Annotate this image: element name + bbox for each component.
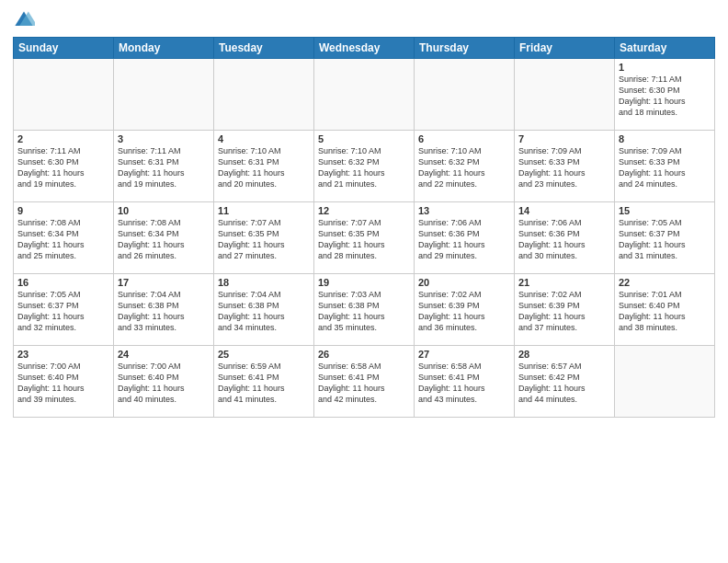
day-number: 21: [518, 277, 610, 288]
day-info: Sunrise: 7:02 AM Sunset: 6:39 PM Dayligh…: [418, 289, 510, 334]
calendar-cell: 24Sunrise: 7:00 AM Sunset: 6:40 PM Dayli…: [114, 346, 214, 418]
calendar-cell: 9Sunrise: 7:08 AM Sunset: 6:34 PM Daylig…: [14, 202, 114, 274]
day-number: 3: [118, 133, 210, 144]
day-info: Sunrise: 7:09 AM Sunset: 6:33 PM Dayligh…: [619, 145, 711, 190]
header: [13, 9, 715, 31]
header-monday: Monday: [114, 38, 214, 59]
calendar-cell: 26Sunrise: 6:58 AM Sunset: 6:41 PM Dayli…: [314, 346, 415, 418]
calendar-cell: 6Sunrise: 7:10 AM Sunset: 6:32 PM Daylig…: [415, 131, 515, 202]
day-number: 13: [418, 205, 510, 216]
day-number: 11: [218, 205, 310, 216]
calendar-cell: 5Sunrise: 7:10 AM Sunset: 6:32 PM Daylig…: [314, 131, 415, 202]
day-info: Sunrise: 7:00 AM Sunset: 6:40 PM Dayligh…: [118, 361, 210, 406]
calendar-cell: 28Sunrise: 6:57 AM Sunset: 6:42 PM Dayli…: [515, 346, 615, 418]
calendar-cell: 25Sunrise: 6:59 AM Sunset: 6:41 PM Dayli…: [214, 346, 314, 418]
day-info: Sunrise: 7:11 AM Sunset: 6:30 PM Dayligh…: [17, 145, 109, 190]
day-number: 7: [518, 133, 610, 144]
header-saturday: Saturday: [615, 38, 715, 59]
day-info: Sunrise: 7:07 AM Sunset: 6:35 PM Dayligh…: [218, 217, 310, 262]
day-info: Sunrise: 7:08 AM Sunset: 6:34 PM Dayligh…: [17, 217, 109, 262]
day-number: 19: [318, 277, 410, 288]
day-info: Sunrise: 7:05 AM Sunset: 6:37 PM Dayligh…: [17, 289, 109, 334]
day-number: 22: [619, 277, 711, 288]
week-row-3: 16Sunrise: 7:05 AM Sunset: 6:37 PM Dayli…: [14, 274, 715, 346]
day-number: 9: [17, 205, 109, 216]
calendar-cell: 23Sunrise: 7:00 AM Sunset: 6:40 PM Dayli…: [14, 346, 114, 418]
day-info: Sunrise: 7:07 AM Sunset: 6:35 PM Dayligh…: [318, 217, 410, 262]
day-info: Sunrise: 7:04 AM Sunset: 6:38 PM Dayligh…: [118, 289, 210, 334]
day-number: 20: [418, 277, 510, 288]
week-row-2: 9Sunrise: 7:08 AM Sunset: 6:34 PM Daylig…: [14, 202, 715, 274]
day-info: Sunrise: 7:00 AM Sunset: 6:40 PM Dayligh…: [17, 361, 109, 406]
calendar-cell: 18Sunrise: 7:04 AM Sunset: 6:38 PM Dayli…: [214, 274, 314, 346]
day-info: Sunrise: 7:01 AM Sunset: 6:40 PM Dayligh…: [619, 289, 711, 334]
calendar-cell: [214, 59, 314, 131]
calendar-cell: 8Sunrise: 7:09 AM Sunset: 6:33 PM Daylig…: [615, 131, 715, 202]
day-number: 5: [318, 133, 410, 144]
calendar-cell: [114, 59, 214, 131]
day-info: Sunrise: 7:04 AM Sunset: 6:38 PM Dayligh…: [218, 289, 310, 334]
day-number: 23: [17, 349, 109, 360]
day-info: Sunrise: 6:58 AM Sunset: 6:41 PM Dayligh…: [318, 361, 410, 406]
calendar-cell: 19Sunrise: 7:03 AM Sunset: 6:38 PM Dayli…: [314, 274, 415, 346]
week-row-4: 23Sunrise: 7:00 AM Sunset: 6:40 PM Dayli…: [14, 346, 715, 418]
day-number: 12: [318, 205, 410, 216]
day-number: 1: [619, 62, 711, 73]
header-tuesday: Tuesday: [214, 38, 314, 59]
week-row-1: 2Sunrise: 7:11 AM Sunset: 6:30 PM Daylig…: [14, 131, 715, 202]
calendar-cell: [14, 59, 114, 131]
calendar-header: SundayMondayTuesdayWednesdayThursdayFrid…: [14, 38, 715, 59]
day-info: Sunrise: 7:11 AM Sunset: 6:31 PM Dayligh…: [118, 145, 210, 190]
day-number: 27: [418, 349, 510, 360]
day-number: 15: [619, 205, 711, 216]
day-info: Sunrise: 6:59 AM Sunset: 6:41 PM Dayligh…: [218, 361, 310, 406]
day-number: 14: [518, 205, 610, 216]
day-info: Sunrise: 7:05 AM Sunset: 6:37 PM Dayligh…: [619, 217, 711, 262]
day-info: Sunrise: 7:02 AM Sunset: 6:39 PM Dayligh…: [518, 289, 610, 334]
day-number: 4: [218, 133, 310, 144]
calendar-cell: [515, 59, 615, 131]
day-number: 2: [17, 133, 109, 144]
day-number: 26: [318, 349, 410, 360]
calendar-cell: 7Sunrise: 7:09 AM Sunset: 6:33 PM Daylig…: [515, 131, 615, 202]
logo: [13, 9, 39, 31]
day-info: Sunrise: 7:06 AM Sunset: 6:36 PM Dayligh…: [418, 217, 510, 262]
header-thursday: Thursday: [415, 38, 515, 59]
calendar-cell: 2Sunrise: 7:11 AM Sunset: 6:30 PM Daylig…: [14, 131, 114, 202]
day-info: Sunrise: 7:11 AM Sunset: 6:30 PM Dayligh…: [619, 74, 711, 119]
calendar-cell: [615, 346, 715, 418]
calendar-cell: 11Sunrise: 7:07 AM Sunset: 6:35 PM Dayli…: [214, 202, 314, 274]
day-info: Sunrise: 7:10 AM Sunset: 6:32 PM Dayligh…: [418, 145, 510, 190]
day-number: 8: [619, 133, 711, 144]
calendar-cell: 1Sunrise: 7:11 AM Sunset: 6:30 PM Daylig…: [615, 59, 715, 131]
day-info: Sunrise: 7:10 AM Sunset: 6:31 PM Dayligh…: [218, 145, 310, 190]
day-number: 6: [418, 133, 510, 144]
calendar-body: 1Sunrise: 7:11 AM Sunset: 6:30 PM Daylig…: [14, 59, 715, 418]
calendar-cell: 21Sunrise: 7:02 AM Sunset: 6:39 PM Dayli…: [515, 274, 615, 346]
day-number: 28: [518, 349, 610, 360]
day-info: Sunrise: 6:58 AM Sunset: 6:41 PM Dayligh…: [418, 361, 510, 406]
day-info: Sunrise: 6:57 AM Sunset: 6:42 PM Dayligh…: [518, 361, 610, 406]
page: SundayMondayTuesdayWednesdayThursdayFrid…: [0, 0, 728, 563]
day-number: 24: [118, 349, 210, 360]
header-friday: Friday: [515, 38, 615, 59]
day-number: 25: [218, 349, 310, 360]
calendar-cell: [314, 59, 415, 131]
calendar-cell: [415, 59, 515, 131]
calendar-cell: 16Sunrise: 7:05 AM Sunset: 6:37 PM Dayli…: [14, 274, 114, 346]
header-row: SundayMondayTuesdayWednesdayThursdayFrid…: [14, 38, 715, 59]
day-info: Sunrise: 7:03 AM Sunset: 6:38 PM Dayligh…: [318, 289, 410, 334]
day-number: 18: [218, 277, 310, 288]
day-info: Sunrise: 7:09 AM Sunset: 6:33 PM Dayligh…: [518, 145, 610, 190]
header-sunday: Sunday: [14, 38, 114, 59]
calendar-cell: 12Sunrise: 7:07 AM Sunset: 6:35 PM Dayli…: [314, 202, 415, 274]
calendar-cell: 10Sunrise: 7:08 AM Sunset: 6:34 PM Dayli…: [114, 202, 214, 274]
calendar-cell: 27Sunrise: 6:58 AM Sunset: 6:41 PM Dayli…: [415, 346, 515, 418]
calendar-cell: 14Sunrise: 7:06 AM Sunset: 6:36 PM Dayli…: [515, 202, 615, 274]
calendar-cell: 20Sunrise: 7:02 AM Sunset: 6:39 PM Dayli…: [415, 274, 515, 346]
header-wednesday: Wednesday: [314, 38, 415, 59]
calendar-cell: 3Sunrise: 7:11 AM Sunset: 6:31 PM Daylig…: [114, 131, 214, 202]
day-number: 17: [118, 277, 210, 288]
day-info: Sunrise: 7:08 AM Sunset: 6:34 PM Dayligh…: [118, 217, 210, 262]
day-number: 16: [17, 277, 109, 288]
